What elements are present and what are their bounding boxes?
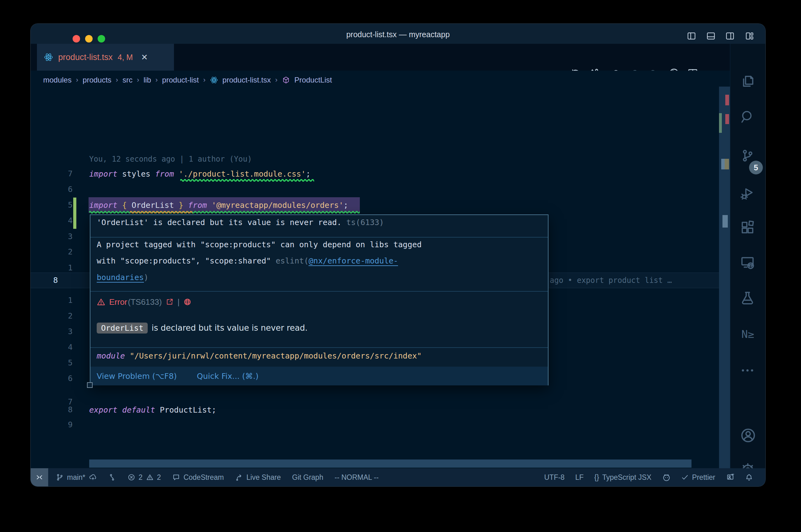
horizontal-scrollbar[interactable] [89, 459, 691, 468]
eslint-rule-link[interactable]: boundaries [97, 273, 144, 283]
globe-icon[interactable] [183, 298, 192, 306]
eol-item[interactable]: LF [575, 473, 584, 482]
symbol-cube-icon [282, 76, 290, 84]
tooltip-resize-grip[interactable] [87, 382, 93, 388]
line-number: 8 [54, 402, 73, 418]
liveshare-icon [235, 473, 243, 481]
liveshare-status-item[interactable]: Live Share [235, 473, 281, 482]
breadcrumb-item[interactable]: lib [144, 76, 151, 84]
vscode-window: product-list.tsx — myreactapp product-li… [31, 24, 765, 486]
quick-fix-button[interactable]: Quick Fix... (⌘.) [197, 372, 258, 381]
test-beaker-icon[interactable] [740, 290, 756, 306]
keyword-token: default [122, 405, 160, 415]
liveshare-label: Live Share [247, 473, 281, 482]
breadcrumb: modules › products › src › lib › product… [31, 71, 730, 89]
error-hover-tooltip: 'OrderList' is declared but its value is… [90, 214, 548, 385]
line-number: 9 [54, 417, 73, 433]
close-tab-icon[interactable]: ✕ [141, 53, 148, 62]
line-number: 2 [54, 308, 73, 324]
toggle-secondary-sidebar-icon[interactable] [725, 31, 735, 41]
ruler-change-mark [719, 113, 722, 133]
divider [90, 347, 548, 348]
search-icon[interactable] [740, 109, 756, 125]
keyword-token: import [89, 169, 117, 178]
ruler-error-mark [725, 95, 729, 105]
tooltip-actions: View Problem (⌥F8) Quick Fix... (⌘.) [90, 367, 548, 385]
problems-status-item[interactable]: 2 2 [127, 473, 161, 482]
symbol-chip: OrderList [97, 323, 148, 334]
keyword-token: export [89, 405, 122, 415]
module-path-row: module "/Users/juri/nrwl/content/myreact… [97, 352, 422, 360]
vim-mode-indicator[interactable]: -- NORMAL -- [334, 473, 379, 482]
react-icon [44, 53, 53, 62]
cloud-upload-icon [89, 473, 97, 481]
gitlens-inline-blame: ago • export product list … [550, 272, 672, 288]
view-problem-button[interactable]: View Problem (⌥F8) [97, 372, 177, 381]
error-detail-text: is declared but its value is never read. [151, 323, 307, 332]
remote-explorer-icon[interactable] [740, 255, 756, 271]
toggle-primary-sidebar-icon[interactable] [686, 31, 697, 41]
ruler-warning-mark [725, 159, 729, 169]
eslint-source: eslint( [276, 256, 309, 265]
extensions-icon[interactable] [740, 220, 756, 236]
breadcrumb-item[interactable]: product-list [162, 76, 199, 84]
eslint-close-paren: ) [144, 273, 149, 282]
punctuation-token: ; [306, 169, 310, 178]
code-line-5: import { OrderList } from '@myreactapp/m… [89, 197, 348, 213]
string-token: '@myreactapp/modules/orders' [207, 201, 344, 210]
chevron-right-icon: › [137, 76, 139, 84]
remote-indicator[interactable] [31, 468, 48, 486]
encoding-item[interactable]: UTF-8 [544, 473, 564, 482]
warning-triangle-icon [146, 473, 154, 481]
vertical-scrollbar[interactable] [719, 87, 730, 486]
prettier-status-item[interactable]: Prettier [681, 473, 715, 482]
open-external-icon[interactable] [165, 298, 174, 306]
feedback-icon[interactable] [726, 473, 734, 481]
git-branch-icon [56, 473, 64, 481]
brace-token: { [117, 201, 131, 210]
customize-layout-icon[interactable] [744, 31, 755, 41]
keyword-token: module [97, 352, 125, 360]
accounts-icon[interactable] [740, 427, 756, 443]
window-title: product-list.tsx — myreactapp [31, 24, 765, 44]
screenshot-canvas: product-list.tsx — myreactapp product-li… [0, 0, 801, 532]
chevron-right-icon: › [116, 76, 118, 84]
squiggle-error [130, 211, 193, 213]
ruler-error-mark [725, 114, 729, 124]
breadcrumb-item[interactable]: modules [43, 76, 72, 84]
codestream-status-item[interactable]: CodeStream [172, 473, 224, 482]
language-mode-item[interactable]: {} TypeScript JSX [594, 473, 652, 482]
breadcrumb-symbol[interactable]: ProductList [294, 76, 332, 84]
current-line-number: 8 [53, 272, 72, 288]
line-number: 5 [54, 355, 73, 371]
bell-icon[interactable] [745, 473, 753, 481]
tab-product-list[interactable]: product-list.tsx 4, M ✕ [37, 44, 174, 71]
github-icon[interactable] [662, 473, 670, 481]
explorer-icon[interactable] [740, 74, 756, 90]
nx-console-icon[interactable]: N≥ [737, 326, 759, 342]
squiggle-warning [180, 179, 314, 182]
space [125, 352, 129, 360]
commit-graph-icon[interactable] [108, 473, 116, 481]
breadcrumb-file[interactable]: product-list.tsx [222, 76, 271, 84]
code-editor[interactable]: 7 6 5 4 3 2 1 8 1 2 3 4 5 6 7 8 9 You, 1… [31, 89, 730, 468]
run-debug-icon[interactable] [740, 185, 756, 202]
language-label: TypeScript JSX [602, 473, 652, 482]
chevron-right-icon: › [156, 76, 158, 84]
tab-label: product-list.tsx [58, 53, 113, 62]
separator: | [177, 297, 180, 307]
breadcrumb-item[interactable]: src [122, 76, 132, 84]
eslint-rule-link[interactable]: @nx/enforce-module- [309, 256, 398, 266]
chevron-right-icon: › [275, 76, 277, 84]
more-views-icon[interactable] [740, 363, 756, 379]
activity-bar: 5 N≥ 1 [730, 44, 765, 468]
gitgraph-status-item[interactable]: Git Graph [292, 473, 324, 482]
line-number: 7 [54, 166, 73, 182]
diagnostic-message: 'OrderList' is declared but its value is… [97, 218, 384, 227]
breadcrumb-item[interactable]: products [83, 76, 111, 84]
divider [90, 237, 548, 238]
identifier-token: OrderList [131, 201, 174, 210]
toggle-panel-icon[interactable] [706, 31, 716, 41]
branch-status-item[interactable]: main* [56, 473, 97, 482]
line-number: 4 [54, 339, 73, 355]
